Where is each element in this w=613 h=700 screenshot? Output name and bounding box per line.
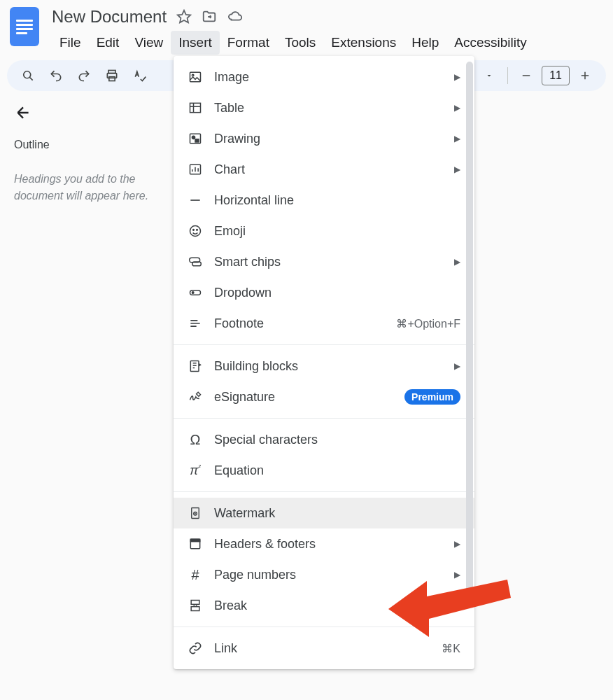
star-icon[interactable]: [176, 9, 192, 24]
dropdown-scrollbar[interactable]: [466, 62, 473, 594]
menu-item-label: Chart: [214, 162, 443, 177]
submenu-arrow-icon: ▶: [454, 361, 460, 371]
redo-icon[interactable]: [71, 63, 97, 88]
keyboard-shortcut: ⌘K: [442, 642, 460, 655]
menu-divider: [174, 418, 474, 419]
menu-divider: [174, 344, 474, 345]
svg-point-14: [197, 230, 198, 231]
outline-heading: Outline: [14, 139, 168, 151]
svg-point-1: [24, 71, 31, 78]
menu-item-watermark[interactable]: Watermark: [174, 498, 474, 528]
svg-point-13: [193, 230, 195, 231]
menu-item-table[interactable]: Table▶: [174, 92, 474, 123]
outline-sidebar: Outline Headings you add to the document…: [0, 91, 182, 217]
image-icon: [188, 69, 203, 85]
font-size-input[interactable]: 11: [542, 66, 570, 85]
hr-icon: [188, 192, 203, 208]
break-icon: [188, 598, 203, 613]
search-icon[interactable]: [15, 63, 41, 88]
menu-item-label: Page numbers: [214, 568, 443, 582]
building-icon: [188, 358, 203, 374]
submenu-arrow-icon: ▶: [454, 257, 460, 267]
menu-help[interactable]: Help: [404, 31, 446, 55]
menu-divider: [174, 626, 474, 627]
menu-item-equation[interactable]: π²Equation: [174, 455, 474, 486]
svg-rect-7: [190, 103, 201, 112]
menu-item-label: Smart chips: [214, 255, 443, 270]
menu-item-break[interactable]: Break▶: [174, 590, 474, 621]
menu-format[interactable]: Format: [220, 31, 277, 55]
svg-marker-0: [178, 10, 190, 22]
footnote-icon: [188, 316, 203, 331]
spellcheck-icon[interactable]: [127, 63, 153, 88]
menu-item-building-blocks[interactable]: Building blocks▶: [174, 351, 474, 382]
svg-rect-24: [191, 601, 199, 605]
menu-item-dropdown[interactable]: Dropdown: [174, 277, 474, 308]
submenu-arrow-icon: ▶: [454, 103, 460, 113]
esignature-icon: [188, 389, 203, 405]
docs-logo-icon[interactable]: [10, 7, 39, 46]
pagenumbers-icon: #: [188, 567, 203, 582]
menu-item-emoji[interactable]: Emoji: [174, 216, 474, 246]
decrease-font-icon[interactable]: [514, 63, 539, 88]
increase-font-icon[interactable]: [572, 63, 598, 88]
menu-extensions[interactable]: Extensions: [323, 31, 404, 55]
svg-rect-5: [190, 72, 201, 81]
menu-item-chart[interactable]: Chart▶: [174, 154, 474, 185]
svg-rect-19: [190, 361, 199, 372]
menu-item-esignature[interactable]: eSignaturePremium: [174, 382, 474, 412]
menu-tools[interactable]: Tools: [277, 31, 323, 55]
menu-item-label: Watermark: [214, 506, 460, 521]
menu-item-horizontal-line[interactable]: Horizontal line: [174, 185, 474, 216]
menu-item-label: eSignature: [214, 390, 393, 405]
svg-point-18: [192, 292, 194, 294]
menu-item-link[interactable]: Link⌘K: [174, 633, 474, 664]
outline-placeholder: Headings you add to the document will ap…: [14, 171, 168, 204]
chart-icon: [188, 162, 203, 177]
submenu-arrow-icon: ▶: [454, 164, 460, 174]
menu-accessibility[interactable]: Accessibility: [446, 31, 534, 55]
submenu-arrow-icon: ▶: [454, 539, 460, 549]
svg-rect-25: [191, 607, 199, 611]
menu-item-image[interactable]: Image▶: [174, 62, 474, 92]
premium-badge: Premium: [404, 389, 460, 405]
cloud-status-icon[interactable]: [227, 9, 242, 24]
menu-edit[interactable]: Edit: [89, 31, 127, 55]
submenu-arrow-icon: ▶: [454, 601, 460, 610]
menu-item-label: Horizontal line: [214, 193, 460, 208]
menu-item-headers-footers[interactable]: Headers & footers▶: [174, 528, 474, 559]
submenu-arrow-icon: ▶: [454, 570, 460, 580]
document-title[interactable]: New Document: [52, 7, 167, 27]
svg-rect-10: [195, 139, 199, 142]
menu-view[interactable]: View: [127, 31, 171, 55]
menu-item-special-characters[interactable]: ΩSpecial characters: [174, 424, 474, 455]
move-folder-icon[interactable]: [202, 9, 217, 24]
menu-insert[interactable]: Insert: [171, 31, 220, 55]
menu-item-label: Dropdown: [214, 286, 460, 300]
menu-item-label: Link: [214, 641, 430, 656]
svg-point-6: [192, 74, 194, 76]
undo-icon[interactable]: [43, 63, 69, 88]
smartchips-icon: [188, 254, 203, 270]
keyboard-shortcut: ⌘+Option+F: [396, 317, 460, 330]
menu-item-page-numbers[interactable]: #Page numbers▶: [174, 559, 474, 590]
emoji-icon: [188, 223, 203, 239]
dropdown-caret-icon[interactable]: [477, 63, 502, 88]
watermark-icon: [188, 505, 203, 521]
menubar: FileEditViewInsertFormatToolsExtensionsH…: [52, 31, 603, 55]
menu-item-smart-chips[interactable]: Smart chips▶: [174, 246, 474, 277]
menu-item-label: Equation: [214, 463, 460, 478]
svg-rect-23: [190, 539, 199, 541]
menu-item-label: Special characters: [214, 433, 460, 447]
menu-item-footnote[interactable]: Footnote⌘+Option+F: [174, 308, 474, 339]
menu-item-label: Emoji: [214, 224, 460, 239]
svg-point-9: [192, 136, 195, 139]
menu-item-drawing[interactable]: Drawing▶: [174, 123, 474, 154]
table-icon: [188, 100, 203, 115]
svg-point-12: [190, 226, 201, 237]
print-icon[interactable]: [99, 63, 125, 88]
menu-item-label: Break: [214, 598, 443, 613]
menu-file[interactable]: File: [52, 31, 89, 55]
menu-item-label: Table: [214, 101, 443, 115]
back-arrow-icon[interactable]: [14, 104, 168, 122]
